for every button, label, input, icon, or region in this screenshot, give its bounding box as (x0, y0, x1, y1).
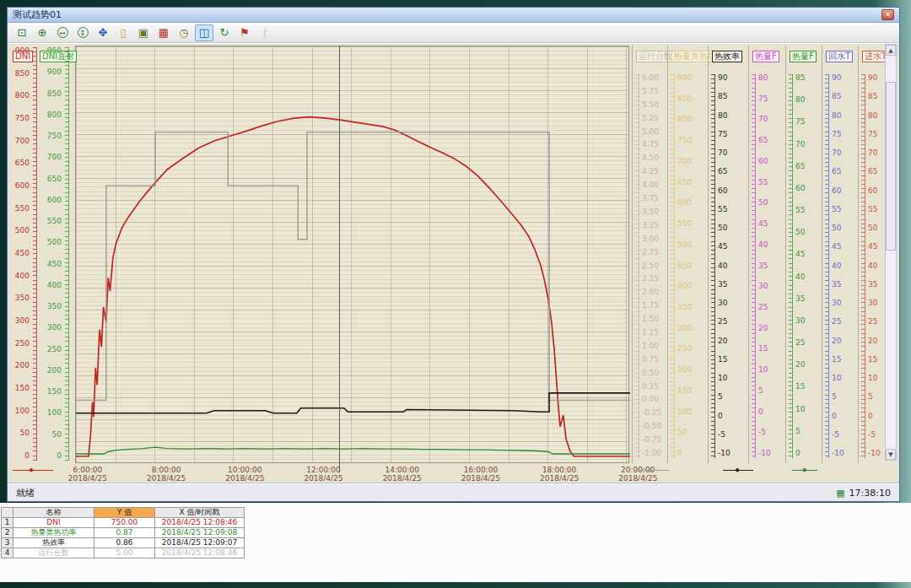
scroll-down-icon[interactable]: ▼ (886, 449, 896, 460)
axis-tick-label: 75 (795, 118, 805, 126)
x-axis-time: 6:00:00 (61, 466, 115, 474)
table-header-name[interactable]: 名称 (13, 508, 94, 518)
row-number: 2 (2, 528, 13, 538)
axis-tick-label: -10 (868, 450, 881, 457)
axis-tick-label: 70 (832, 149, 841, 157)
axis-tick-label: 100 (677, 408, 692, 416)
formula-icon[interactable]: ƒ (256, 24, 274, 41)
series-name-cell: 运行台数 (13, 548, 94, 558)
axis-range-slider[interactable]: ◆ (723, 467, 753, 474)
chart-region: DNI9008508007507006506005505004504003503… (8, 43, 899, 482)
refresh-icon[interactable]: ↻ (215, 24, 234, 41)
scrollbar-thumb[interactable] (886, 82, 896, 251)
axis-tick-label: 85 (718, 93, 727, 100)
table-header-x-value[interactable]: X 值/时间戳 (155, 508, 245, 518)
axis-ticks-power (671, 74, 675, 458)
axis-tick-label: 30 (758, 283, 768, 290)
zoom-vertical-icon[interactable]: ↕ (73, 24, 92, 41)
series-name-cell: DNI (13, 518, 94, 528)
x-axis-label: 8:00:002018/4/25 (139, 466, 193, 482)
table-row[interactable]: 3热效率0.862018/4/25 12:09:07 (2, 538, 245, 548)
axis-tick-label: 65 (795, 163, 805, 170)
toolbar: ⊡⊕↔↕✥▯▣▦◷◫↻⚑ƒ (8, 23, 899, 43)
pan-icon[interactable]: ✥ (94, 24, 112, 41)
slider-knob-icon[interactable]: ◆ (648, 467, 652, 473)
axis-tick-label: 70 (795, 141, 805, 148)
cursor-icon[interactable]: ◫ (195, 24, 213, 41)
axis-ticks-dni2 (65, 47, 69, 461)
axis-tick-label: 4.50 (642, 154, 659, 162)
slider-knob-icon[interactable]: ◆ (735, 467, 739, 473)
axis-tick-label: 20 (718, 337, 727, 345)
axis-range-slider[interactable]: ◆ (792, 467, 817, 474)
axis-tick-label: 10 (795, 406, 805, 413)
chart-cursor-line[interactable] (339, 46, 340, 472)
axes-scrollbar[interactable]: ▲▼ (885, 44, 897, 461)
slider-knob-icon[interactable]: ◆ (802, 467, 806, 473)
axis-tick-label: 150 (677, 387, 692, 395)
axis-tick-label: 1.00 (642, 343, 659, 350)
axis-scale-icon[interactable]: ▯ (114, 24, 132, 41)
axis-tick-label: 45 (718, 243, 727, 251)
axis-tick-label: 350 (9, 294, 30, 302)
trend-plot-svg (76, 46, 630, 464)
axis-tick-label: 0.25 (642, 383, 659, 391)
grid-settings-icon[interactable]: ▦ (154, 24, 173, 41)
axis-tick-label: 550 (9, 205, 30, 213)
axis-tick-label: 70 (718, 149, 727, 157)
table-header-y-value[interactable]: Y 值 (94, 508, 155, 518)
axis-label-flow1[interactable]: 热量F (752, 51, 779, 62)
title-bar[interactable]: 测试趋势01 ✕ (8, 8, 899, 23)
zoom-horizontal-icon[interactable]: ↔ (53, 24, 72, 41)
table-row[interactable]: 2热量类热功率0.872018/4/25 12:09:08 (2, 528, 245, 538)
axis-tick-label: 75 (758, 95, 768, 103)
scroll-up-icon[interactable]: ▲ (886, 45, 896, 56)
table-row[interactable]: 1DNI750.002018/4/25 12:08:46 (2, 518, 245, 528)
axis-tick-label: 350 (41, 303, 62, 310)
axis-tick-label: -5 (832, 431, 839, 439)
close-button[interactable]: ✕ (881, 9, 894, 20)
table-row[interactable]: 4运行台数5.002018/4/25 12:08:46 (2, 548, 245, 558)
axis-tick-label: 0 (9, 452, 30, 460)
axis-range-slider[interactable]: ◆ (13, 467, 53, 474)
axis-tick-label: 100 (41, 409, 62, 417)
network-status-icon: ▦ (836, 488, 844, 499)
axis-label-return_t[interactable]: 回水T (826, 51, 853, 62)
axis-tick-label: 550 (41, 218, 62, 225)
axis-tick-label: 45 (868, 243, 877, 251)
zoom-region-icon[interactable]: ⊡ (13, 24, 31, 41)
y-value-cell: 0.87 (94, 528, 155, 538)
zoom-horizontal-glyph: ↔ (57, 27, 68, 38)
axis-tick-label: 450 (9, 250, 30, 257)
axis-label-eff[interactable]: 热效率 (712, 51, 742, 62)
x-axis-time: 18:00:00 (532, 466, 586, 474)
axis-tick-label: 10 (832, 375, 841, 382)
axis-tick-label: 700 (41, 154, 62, 161)
export-image-icon[interactable]: ▣ (134, 24, 153, 41)
axis-tick-label: 60 (718, 187, 727, 195)
slider-knob-icon[interactable]: ◆ (29, 467, 33, 473)
time-range-icon[interactable]: ◷ (175, 24, 193, 41)
axis-tick-label: 30 (868, 299, 877, 307)
row-number: 3 (2, 538, 13, 548)
zoom-in-icon[interactable]: ⊕ (33, 24, 51, 41)
y-value-cell: 0.86 (94, 538, 155, 548)
axis-tick-label: -5 (718, 431, 725, 439)
axis-tick-label: 5.50 (642, 101, 659, 109)
axis-tick-label: 2.75 (642, 249, 659, 256)
axis-tick-label: 500 (9, 227, 30, 235)
axis-tick-label: 65 (868, 168, 877, 175)
axis-tick-label: 90 (868, 74, 877, 82)
axis-tick-label: 700 (677, 158, 692, 165)
axis-label-flow2[interactable]: 热量F (790, 51, 817, 62)
series-line (76, 117, 630, 456)
annotation-icon[interactable]: ⚑ (235, 24, 254, 41)
axis-tick-label: 40 (832, 262, 841, 270)
axis-tick-label: 70 (868, 149, 877, 157)
plot-area[interactable] (75, 46, 629, 463)
axis-tick-label: 750 (677, 137, 692, 144)
formula-glyph: ƒ (263, 26, 267, 39)
axis-tick-label: 900 (41, 68, 62, 76)
y-value-cell: 750.00 (94, 518, 155, 528)
axis-range-slider[interactable]: ◆ (633, 467, 669, 474)
